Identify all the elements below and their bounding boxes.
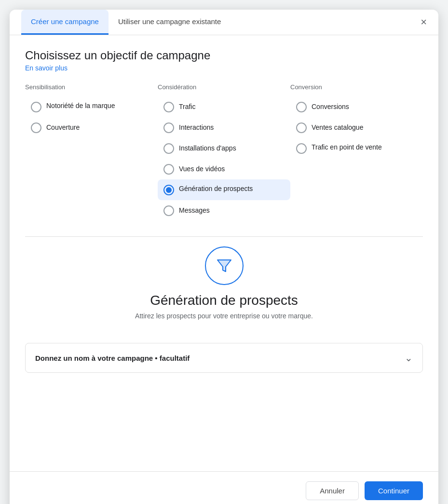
tab-existing-campaign[interactable]: Utiliser une campagne existante: [109, 10, 231, 35]
page-title: Choisissez un objectif de campagne: [25, 49, 423, 62]
option-label-messages: Messages: [179, 206, 210, 216]
learn-more-link[interactable]: En savoir plus: [25, 64, 423, 72]
tab-create-campaign[interactable]: Créer une campagne: [21, 10, 109, 35]
column-consideration: Considération Trafic Interactions Instal…: [158, 83, 290, 221]
radio-trafic: [163, 102, 174, 112]
cancel-button[interactable]: Annuler: [306, 481, 359, 500]
option-trafic[interactable]: Trafic: [158, 96, 290, 117]
campaign-name-label: Donnez un nom à votre campagne • faculta…: [35, 354, 190, 362]
option-label-interactions: Interactions: [179, 123, 214, 133]
column-label-sensibilisation: Sensibilisation: [25, 83, 158, 91]
option-notoriete[interactable]: Notoriété de la marque: [25, 96, 158, 117]
option-vues-videos[interactable]: Vues de vidéos: [158, 159, 290, 179]
funnel-icon: [215, 256, 234, 275]
chevron-down-icon: ⌄: [405, 352, 413, 364]
option-generation-prospects[interactable]: Génération de prospects: [158, 179, 290, 200]
selected-objective-title: Génération de prospects: [150, 293, 298, 308]
option-interactions[interactable]: Interactions: [158, 117, 290, 138]
options-sensibilisation: Notoriété de la marque Couverture: [25, 96, 158, 138]
option-label-couverture: Couverture: [46, 123, 80, 133]
selected-objective-info: Génération de prospects Attirez les pros…: [25, 236, 423, 331]
options-consideration: Trafic Interactions Installations d'apps…: [158, 96, 290, 221]
radio-messages: [163, 205, 174, 216]
radio-ventes-catalogue: [296, 123, 307, 133]
column-sensibilisation: Sensibilisation Notoriété de la marque C…: [25, 83, 158, 221]
radio-inner-generation-prospects: [166, 187, 172, 193]
option-label-notoriete: Notoriété de la marque: [46, 101, 115, 111]
radio-couverture: [31, 123, 41, 133]
option-installations[interactable]: Installations d'apps: [158, 138, 290, 159]
objectives-grid: Sensibilisation Notoriété de la marque C…: [25, 83, 423, 221]
funnel-icon-wrapper: [205, 246, 244, 285]
option-label-trafic: Trafic: [179, 102, 195, 112]
option-label-generation-prospects: Génération de prospects: [179, 184, 253, 194]
option-label-trafic-point-vente: Trafic en point de vente: [312, 143, 382, 152]
dialog-header: Créer une campagne Utiliser une campagne…: [10, 10, 438, 35]
column-label-conversion: Conversion: [290, 83, 423, 91]
radio-notoriete: [31, 102, 41, 112]
option-label-installations: Installations d'apps: [179, 144, 236, 153]
column-conversion: Conversion Conversions Ventes catalogue …: [290, 83, 423, 221]
radio-installations: [163, 143, 174, 154]
column-label-consideration: Considération: [158, 83, 290, 91]
option-couverture[interactable]: Couverture: [25, 117, 158, 138]
option-trafic-point-vente[interactable]: Trafic en point de vente: [290, 138, 423, 159]
option-conversions[interactable]: Conversions: [290, 96, 423, 117]
radio-conversions: [296, 102, 307, 112]
option-ventes-catalogue[interactable]: Ventes catalogue: [290, 117, 423, 138]
radio-interactions: [163, 123, 174, 133]
continue-button[interactable]: Continuer: [365, 481, 423, 500]
dialog-footer: Annuler Continuer: [10, 471, 438, 504]
option-label-ventes-catalogue: Ventes catalogue: [312, 123, 363, 133]
campaign-name-accordion[interactable]: Donnez un nom à votre campagne • faculta…: [25, 343, 423, 373]
radio-generation-prospects: [163, 185, 174, 195]
option-label-vues-videos: Vues de vidéos: [179, 164, 225, 174]
radio-trafic-point-vente: [296, 143, 307, 154]
dialog-body: Choisissez un objectif de campagne En sa…: [10, 35, 438, 471]
option-messages[interactable]: Messages: [158, 200, 290, 221]
radio-vues-videos: [163, 164, 174, 175]
options-conversion: Conversions Ventes catalogue Trafic en p…: [290, 96, 423, 159]
option-label-conversions: Conversions: [312, 102, 349, 112]
close-button[interactable]: ×: [419, 15, 429, 29]
selected-objective-description: Attirez les prospects pour votre entrepr…: [135, 312, 313, 320]
campaign-dialog: Créer une campagne Utiliser une campagne…: [10, 10, 438, 504]
